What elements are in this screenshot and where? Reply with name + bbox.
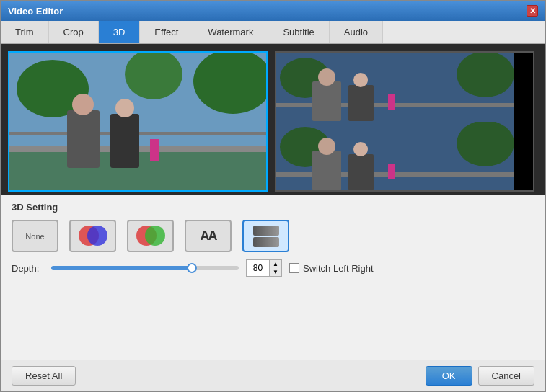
effect-none-label: None [25, 232, 44, 241]
window-title: Video Editor [8, 6, 63, 17]
effect-anaglyph-rg-button[interactable] [127, 220, 174, 252]
svg-rect-27 [348, 154, 374, 190]
svg-rect-18 [348, 85, 374, 121]
cancel-button[interactable]: Cancel [478, 366, 534, 386]
svg-rect-9 [110, 114, 139, 168]
original-preview-panel: Original Preview [8, 51, 268, 195]
tab-crop[interactable]: Crop [49, 21, 99, 43]
action-buttons: OK Cancel [426, 366, 534, 386]
settings-panel: 3D Setting None [1, 195, 545, 360]
effect-text-button[interactable]: AA [185, 220, 232, 252]
output-video-content [276, 53, 533, 190]
svg-point-10 [115, 99, 134, 117]
main-content: Original Preview [1, 44, 545, 195]
switch-label: Switch Left Right [303, 263, 374, 274]
svg-point-26 [318, 138, 335, 155]
bottom-bar: Reset All OK Cancel [1, 360, 545, 391]
depth-increase-button[interactable]: ▲ [270, 260, 281, 268]
svg-rect-16 [312, 81, 341, 121]
svg-point-23 [457, 122, 514, 166]
svg-point-17 [318, 68, 335, 86]
settings-title: 3D Setting [12, 202, 534, 213]
close-button[interactable]: ✕ [527, 5, 538, 17]
preview-area: Original Preview [1, 44, 545, 195]
effect-options: None AA [12, 220, 534, 252]
depth-row: Depth: 80 ▲ ▼ Switch Left Right [12, 259, 534, 277]
ok-button[interactable]: OK [426, 366, 472, 386]
svg-point-8 [72, 94, 94, 115]
depth-value-box: 80 ▲ ▼ [246, 259, 282, 277]
aa-icon: AA [201, 228, 216, 244]
tab-effect[interactable]: Effect [140, 21, 193, 43]
anaglyph-rg-icon [136, 222, 165, 251]
depth-label: Depth: [12, 263, 44, 274]
svg-rect-29 [388, 164, 395, 179]
tab-bar: Trim Crop 3D Effect Watermark Subtitle A… [1, 21, 545, 44]
original-preview [8, 51, 268, 192]
svg-rect-20 [388, 94, 395, 110]
split-icon [253, 226, 279, 247]
svg-point-19 [353, 73, 368, 87]
output-preview [275, 51, 534, 192]
depth-thumb[interactable] [187, 263, 197, 273]
tab-watermark[interactable]: Watermark [193, 21, 268, 43]
effect-split-button[interactable] [242, 220, 289, 252]
split-row-bottom [253, 237, 279, 247]
tab-audio[interactable]: Audio [330, 21, 383, 43]
tab-subtitle[interactable]: Subtitle [268, 21, 329, 43]
video-editor-window: Video Editor ✕ Trim Crop 3D Effect Water… [0, 0, 546, 392]
original-video-content [9, 53, 266, 190]
svg-rect-7 [67, 110, 100, 168]
effect-anaglyph-rb-button[interactable] [69, 220, 116, 252]
title-bar: Video Editor ✕ [1, 1, 545, 21]
depth-spinners: ▲ ▼ [269, 260, 281, 276]
depth-slider[interactable] [51, 266, 239, 270]
depth-decrease-button[interactable]: ▼ [270, 268, 281, 276]
anaglyph-rb-icon [79, 222, 107, 251]
svg-rect-11 [150, 139, 159, 161]
circle-green [145, 226, 165, 246]
switch-checkbox[interactable] [289, 263, 299, 273]
switch-checkbox-area: Switch Left Right [289, 263, 374, 274]
svg-rect-25 [312, 151, 341, 190]
output-preview-panel: Output Preview [275, 51, 534, 195]
circle-blue [87, 226, 107, 246]
depth-value: 80 [247, 263, 269, 273]
svg-point-28 [353, 142, 368, 156]
tab-3d[interactable]: 3D [99, 21, 141, 43]
split-row-top [253, 226, 279, 236]
effect-none-button[interactable]: None [12, 220, 58, 252]
svg-point-14 [457, 53, 514, 97]
tab-trim[interactable]: Trim [1, 21, 49, 43]
reset-all-button[interactable]: Reset All [12, 366, 76, 386]
